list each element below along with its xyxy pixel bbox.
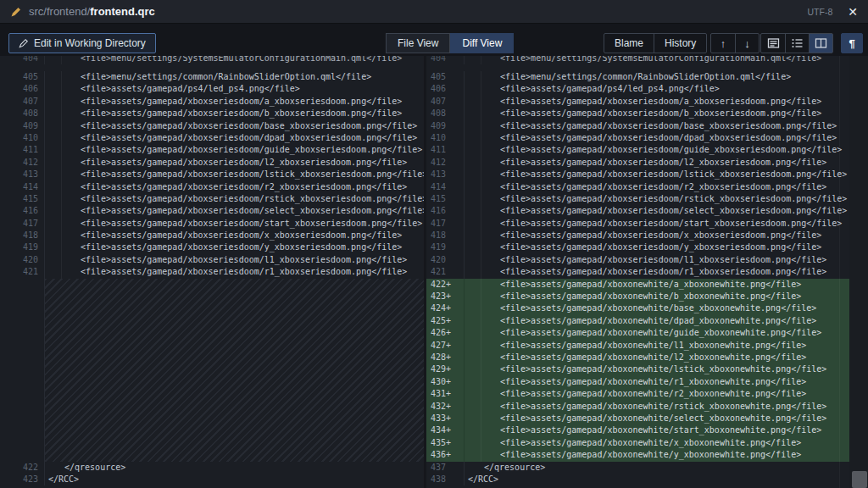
whitespace-toggle-button[interactable]: ¶: [841, 33, 863, 53]
line-number: 433+: [426, 413, 464, 424]
diff-line[interactable]: 412<file>assets/gamepad/xboxseriesdoom/l…: [0, 157, 424, 169]
diff-pane-new[interactable]: 404<file>menu/settings/SystemsEmulatorCo…: [426, 56, 849, 488]
diff-line[interactable]: 421<file>assets/gamepad/xboxseriesdoom/r…: [0, 266, 424, 278]
diff-line[interactable]: 411<file>assets/gamepad/xboxseriesdoom/g…: [0, 144, 424, 156]
edit-pencil-icon: [10, 6, 22, 18]
code-text: <file>assets/gamepad/xboxseriesdoom/l1_x…: [464, 254, 849, 266]
code-text: <file>assets/gamepad/xboxonewhite/guide_…: [464, 327, 849, 339]
diff-line[interactable]: 408<file>assets/gamepad/xboxseriesdoom/b…: [0, 108, 424, 119]
line-number: 425+: [426, 315, 464, 327]
diff-line-added[interactable]: 435+<file>assets/gamepad/xboxonewhite/x_…: [426, 437, 849, 449]
diff-line[interactable]: 406<file>assets/gamepad/ps4/led_ps4.png<…: [0, 83, 424, 95]
right-pane-rows: 404<file>menu/settings/SystemsEmulatorCo…: [426, 56, 849, 485]
line-number: 420: [426, 254, 464, 266]
diff-line[interactable]: 418<file>assets/gamepad/xboxseriesdoom/x…: [426, 230, 849, 241]
diff-line[interactable]: 421<file>assets/gamepad/xboxseriesdoom/r…: [426, 266, 849, 278]
diff-line[interactable]: 411<file>assets/gamepad/xboxseriesdoom/g…: [426, 144, 849, 156]
diff-line[interactable]: 423</RCC>: [0, 474, 424, 485]
line-number: 409: [0, 120, 44, 132]
diff-line[interactable]: 415<file>assets/gamepad/xboxseriesdoom/r…: [426, 193, 849, 205]
line-number: 408: [426, 108, 464, 119]
list-view-button[interactable]: [785, 34, 809, 53]
diff-pane-old[interactable]: 404<file>menu/settings/SystemsEmulatorCo…: [0, 56, 424, 488]
next-hunk-button[interactable]: ↓: [735, 34, 759, 53]
diff-line[interactable]: 407<file>assets/gamepad/xboxseriesdoom/a…: [426, 96, 849, 108]
diff-line[interactable]: 406<file>assets/gamepad/ps4/led_ps4.png<…: [426, 83, 849, 95]
diff-line[interactable]: 416<file>assets/gamepad/xboxseriesdoom/s…: [0, 205, 424, 217]
blame-history-group: Blame History: [604, 33, 707, 53]
hunk-navigation-group: ↑ ↓: [710, 33, 760, 53]
code-text: <file>assets/gamepad/xboxonewhite/dpad_x…: [464, 315, 849, 327]
diff-line[interactable]: 414<file>assets/gamepad/xboxseriesdoom/r…: [0, 181, 424, 193]
diff-line-added[interactable]: 436+<file>assets/gamepad/xboxonewhite/y_…: [426, 449, 849, 461]
line-number: 423+: [426, 291, 464, 302]
diff-view-tab[interactable]: Diff View: [450, 33, 514, 53]
down-arrow-icon: ↓: [744, 37, 750, 50]
split-view-button[interactable]: [809, 34, 832, 53]
diff-line[interactable]: 412<file>assets/gamepad/xboxseriesdoom/l…: [426, 157, 849, 169]
list-view-icon: [791, 37, 804, 49]
file-view-tab[interactable]: File View: [386, 33, 450, 53]
diff-line[interactable]: 404<file>menu/settings/SystemsEmulatorCo…: [426, 56, 849, 64]
code-text: <file>assets/gamepad/xboxseriesdoom/y_xb…: [44, 241, 424, 253]
diff-line[interactable]: 413<file>assets/gamepad/xboxseriesdoom/l…: [426, 169, 849, 180]
diff-line[interactable]: 414<file>assets/gamepad/xboxseriesdoom/r…: [426, 181, 849, 193]
close-icon[interactable]: ✕: [848, 6, 858, 18]
diff-line-added[interactable]: 422+<file>assets/gamepad/xboxonewhite/a_…: [426, 279, 849, 291]
line-number: 432+: [426, 401, 464, 413]
line-number: 422+: [426, 279, 464, 291]
diff-line-added[interactable]: 427+<file>assets/gamepad/xboxonewhite/l1…: [426, 340, 849, 352]
history-button[interactable]: History: [654, 34, 706, 53]
edit-in-working-directory-button[interactable]: Edit in Working Directory: [8, 33, 156, 53]
previous-hunk-button[interactable]: ↑: [711, 34, 735, 53]
diff-line[interactable]: 419<file>assets/gamepad/xboxseriesdoom/y…: [426, 241, 849, 253]
diff-line[interactable]: 418<file>assets/gamepad/xboxseriesdoom/x…: [0, 230, 424, 241]
diff-line[interactable]: 405<file>menu/settings/common/RainbowSli…: [426, 71, 849, 83]
code-text: <file>assets/gamepad/xboxseriesdoom/dpad…: [464, 132, 849, 144]
diff-line[interactable]: 407<file>assets/gamepad/xboxseriesdoom/a…: [0, 96, 424, 108]
diff-line[interactable]: 438</RCC>: [426, 474, 849, 485]
line-number: 436+: [426, 449, 464, 461]
code-text: <file>assets/gamepad/xboxseriesdoom/rsti…: [464, 193, 849, 205]
diff-line-added[interactable]: 433+<file>assets/gamepad/xboxonewhite/se…: [426, 413, 849, 424]
blame-label: Blame: [615, 37, 643, 49]
diff-line[interactable]: 413<file>assets/gamepad/xboxseriesdoom/l…: [0, 169, 424, 180]
file-path-prefix: src/frontend/: [29, 5, 90, 18]
diff-line-added[interactable]: 425+<file>assets/gamepad/xboxonewhite/dp…: [426, 315, 849, 327]
code-text: <file>assets/gamepad/xboxseriesdoom/guid…: [464, 144, 849, 156]
diff-line[interactable]: 420<file>assets/gamepad/xboxseriesdoom/l…: [0, 254, 424, 266]
scrollbar-thumb[interactable]: [852, 471, 867, 488]
diff-line[interactable]: 405<file>menu/settings/common/RainbowSli…: [0, 71, 424, 83]
diff-line-added[interactable]: 423+<file>assets/gamepad/xboxonewhite/b_…: [426, 291, 849, 302]
diff-line[interactable]: 410<file>assets/gamepad/xboxseriesdoom/d…: [0, 132, 424, 144]
diff-line[interactable]: 404<file>menu/settings/SystemsEmulatorCo…: [0, 56, 424, 64]
diff-line-added[interactable]: 434+<file>assets/gamepad/xboxonewhite/st…: [426, 424, 849, 436]
file-name: frontend.qrc: [90, 5, 155, 18]
unified-view-button[interactable]: [761, 34, 785, 53]
blame-button[interactable]: Blame: [604, 34, 654, 53]
diff-line[interactable]: 437</qresource>: [426, 462, 849, 474]
diff-line-added[interactable]: 424+<file>assets/gamepad/xboxonewhite/ba…: [426, 302, 849, 314]
diff-line[interactable]: 420<file>assets/gamepad/xboxseriesdoom/l…: [426, 254, 849, 266]
diff-line[interactable]: 422</qresource>: [0, 462, 424, 474]
line-number: 405: [426, 71, 464, 83]
diff-line[interactable]: 415<file>assets/gamepad/xboxseriesdoom/r…: [0, 193, 424, 205]
diff-line-added[interactable]: 431+<file>assets/gamepad/xboxonewhite/r2…: [426, 388, 849, 400]
edit-button-label: Edit in Working Directory: [34, 37, 146, 49]
diff-line-added[interactable]: 426+<file>assets/gamepad/xboxonewhite/gu…: [426, 327, 849, 339]
code-text: <file>assets/gamepad/xboxseriesdoom/b_xb…: [464, 108, 849, 119]
diff-line[interactable]: 417<file>assets/gamepad/xboxseriesdoom/s…: [426, 218, 849, 230]
diff-line[interactable]: 419<file>assets/gamepad/xboxseriesdoom/y…: [0, 241, 424, 253]
left-pane-rows: 404<file>menu/settings/SystemsEmulatorCo…: [0, 56, 424, 485]
diff-line-added[interactable]: 429+<file>assets/gamepad/xboxonewhite/ls…: [426, 363, 849, 375]
diff-line-added[interactable]: 432+<file>assets/gamepad/xboxonewhite/rs…: [426, 401, 849, 413]
diff-line[interactable]: 417<file>assets/gamepad/xboxseriesdoom/s…: [0, 218, 424, 230]
diff-line[interactable]: 416<file>assets/gamepad/xboxseriesdoom/s…: [426, 205, 849, 217]
diff-line[interactable]: 409<file>assets/gamepad/xboxseriesdoom/b…: [0, 120, 424, 132]
diff-line[interactable]: 409<file>assets/gamepad/xboxseriesdoom/b…: [426, 120, 849, 132]
scrollbar-track[interactable]: [849, 56, 868, 488]
diff-line[interactable]: 410<file>assets/gamepad/xboxseriesdoom/d…: [426, 132, 849, 144]
diff-line[interactable]: 408<file>assets/gamepad/xboxseriesdoom/b…: [426, 108, 849, 119]
diff-line-added[interactable]: 430+<file>assets/gamepad/xboxonewhite/r1…: [426, 376, 849, 388]
diff-line-added[interactable]: 428+<file>assets/gamepad/xboxonewhite/l2…: [426, 352, 849, 363]
